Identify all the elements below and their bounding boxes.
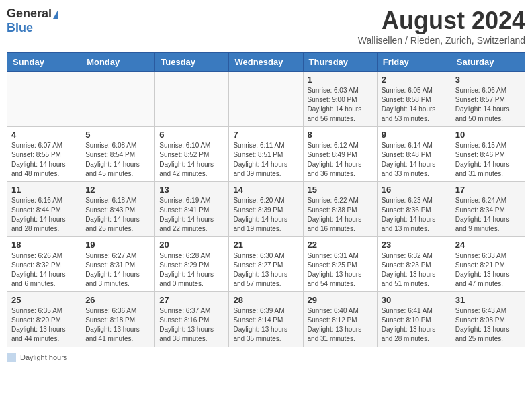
logo-general-text: General xyxy=(7,7,52,21)
day-of-week-header: Tuesday xyxy=(155,53,229,72)
calendar-body: 1Sunrise: 6:03 AM Sunset: 9:00 PM Daylig… xyxy=(7,72,525,347)
day-info: Sunrise: 6:31 AM Sunset: 8:25 PM Dayligh… xyxy=(308,251,373,289)
day-info: Sunrise: 6:30 AM Sunset: 8:27 PM Dayligh… xyxy=(233,251,298,289)
calendar-week-row: 18Sunrise: 6:26 AM Sunset: 8:32 PM Dayli… xyxy=(7,237,525,292)
day-info: Sunrise: 6:20 AM Sunset: 8:39 PM Dayligh… xyxy=(233,196,298,234)
calendar-cell: 10Sunrise: 6:15 AM Sunset: 8:46 PM Dayli… xyxy=(451,127,525,182)
calendar-cell xyxy=(229,72,303,127)
day-number: 25 xyxy=(11,295,77,305)
day-number: 22 xyxy=(308,240,373,250)
page-header: General Blue August 2024 Wallisellen / R… xyxy=(7,7,525,46)
day-number: 7 xyxy=(233,130,298,140)
day-of-week-header: Wednesday xyxy=(229,53,303,72)
calendar-cell xyxy=(155,72,229,127)
day-number: 12 xyxy=(85,185,150,195)
title-area: August 2024 Wallisellen / Rieden, Zurich… xyxy=(358,7,525,46)
footer-label: Daylight hours xyxy=(20,353,67,361)
day-number: 18 xyxy=(11,240,77,250)
day-info: Sunrise: 6:43 AM Sunset: 8:08 PM Dayligh… xyxy=(455,306,521,344)
day-number: 3 xyxy=(455,75,521,85)
day-number: 19 xyxy=(85,240,150,250)
day-info: Sunrise: 6:05 AM Sunset: 8:58 PM Dayligh… xyxy=(382,86,447,124)
day-info: Sunrise: 6:10 AM Sunset: 8:52 PM Dayligh… xyxy=(159,141,224,179)
day-info: Sunrise: 6:27 AM Sunset: 8:31 PM Dayligh… xyxy=(85,251,150,289)
calendar-cell: 22Sunrise: 6:31 AM Sunset: 8:25 PM Dayli… xyxy=(303,237,377,292)
logo-triangle-icon xyxy=(53,9,58,19)
day-info: Sunrise: 6:07 AM Sunset: 8:55 PM Dayligh… xyxy=(11,141,77,179)
day-info: Sunrise: 6:12 AM Sunset: 8:49 PM Dayligh… xyxy=(308,141,373,179)
calendar-cell: 1Sunrise: 6:03 AM Sunset: 9:00 PM Daylig… xyxy=(303,72,377,127)
day-info: Sunrise: 6:14 AM Sunset: 8:48 PM Dayligh… xyxy=(382,141,447,179)
calendar-header: SundayMondayTuesdayWednesdayThursdayFrid… xyxy=(7,53,525,72)
calendar-cell xyxy=(81,72,155,127)
calendar-cell: 7Sunrise: 6:11 AM Sunset: 8:51 PM Daylig… xyxy=(229,127,303,182)
day-number: 21 xyxy=(233,240,298,250)
day-info: Sunrise: 6:19 AM Sunset: 8:41 PM Dayligh… xyxy=(159,196,224,234)
day-info: Sunrise: 6:41 AM Sunset: 8:10 PM Dayligh… xyxy=(382,306,447,344)
logo-blue-text: Blue xyxy=(7,21,33,35)
calendar-cell xyxy=(7,72,81,127)
calendar-cell: 24Sunrise: 6:33 AM Sunset: 8:21 PM Dayli… xyxy=(451,237,525,292)
calendar-cell: 20Sunrise: 6:28 AM Sunset: 8:29 PM Dayli… xyxy=(155,237,229,292)
daylight-box-icon xyxy=(7,353,16,362)
calendar-cell: 18Sunrise: 6:26 AM Sunset: 8:32 PM Dayli… xyxy=(7,237,81,292)
calendar-cell: 14Sunrise: 6:20 AM Sunset: 8:39 PM Dayli… xyxy=(229,182,303,237)
calendar-cell: 12Sunrise: 6:18 AM Sunset: 8:43 PM Dayli… xyxy=(81,182,155,237)
calendar-cell: 21Sunrise: 6:30 AM Sunset: 8:27 PM Dayli… xyxy=(229,237,303,292)
calendar-cell: 3Sunrise: 6:06 AM Sunset: 8:57 PM Daylig… xyxy=(451,72,525,127)
day-info: Sunrise: 6:15 AM Sunset: 8:46 PM Dayligh… xyxy=(455,141,521,179)
day-number: 14 xyxy=(233,185,298,195)
day-number: 10 xyxy=(455,130,521,140)
calendar-cell: 28Sunrise: 6:39 AM Sunset: 8:14 PM Dayli… xyxy=(229,292,303,347)
footer: Daylight hours xyxy=(7,353,525,362)
calendar-cell: 27Sunrise: 6:37 AM Sunset: 8:16 PM Dayli… xyxy=(155,292,229,347)
month-title: August 2024 xyxy=(358,7,525,35)
day-number: 23 xyxy=(382,240,447,250)
calendar-cell: 25Sunrise: 6:35 AM Sunset: 8:20 PM Dayli… xyxy=(7,292,81,347)
day-info: Sunrise: 6:33 AM Sunset: 8:21 PM Dayligh… xyxy=(455,251,521,289)
location-text: Wallisellen / Rieden, Zurich, Switzerlan… xyxy=(358,35,525,46)
calendar-cell: 29Sunrise: 6:40 AM Sunset: 8:12 PM Dayli… xyxy=(303,292,377,347)
day-of-week-header: Friday xyxy=(377,53,451,72)
day-number: 30 xyxy=(382,295,447,305)
calendar-cell: 15Sunrise: 6:22 AM Sunset: 8:38 PM Dayli… xyxy=(303,182,377,237)
day-number: 20 xyxy=(159,240,224,250)
logo: General Blue xyxy=(7,7,58,35)
calendar-cell: 17Sunrise: 6:24 AM Sunset: 8:34 PM Dayli… xyxy=(451,182,525,237)
day-info: Sunrise: 6:40 AM Sunset: 8:12 PM Dayligh… xyxy=(308,306,373,344)
day-info: Sunrise: 6:18 AM Sunset: 8:43 PM Dayligh… xyxy=(85,196,150,234)
calendar-table: SundayMondayTuesdayWednesdayThursdayFrid… xyxy=(7,52,525,347)
day-info: Sunrise: 6:11 AM Sunset: 8:51 PM Dayligh… xyxy=(233,141,298,179)
day-of-week-header: Sunday xyxy=(7,53,81,72)
day-number: 11 xyxy=(11,185,77,195)
day-info: Sunrise: 6:16 AM Sunset: 8:44 PM Dayligh… xyxy=(11,196,77,234)
day-number: 2 xyxy=(382,75,447,85)
day-number: 1 xyxy=(308,75,373,85)
calendar-cell: 13Sunrise: 6:19 AM Sunset: 8:41 PM Dayli… xyxy=(155,182,229,237)
day-info: Sunrise: 6:35 AM Sunset: 8:20 PM Dayligh… xyxy=(11,306,77,344)
day-number: 8 xyxy=(308,130,373,140)
day-number: 9 xyxy=(382,130,447,140)
calendar-cell: 19Sunrise: 6:27 AM Sunset: 8:31 PM Dayli… xyxy=(81,237,155,292)
day-info: Sunrise: 6:28 AM Sunset: 8:29 PM Dayligh… xyxy=(159,251,224,289)
day-number: 6 xyxy=(159,130,224,140)
calendar-cell: 9Sunrise: 6:14 AM Sunset: 8:48 PM Daylig… xyxy=(377,127,451,182)
calendar-cell: 6Sunrise: 6:10 AM Sunset: 8:52 PM Daylig… xyxy=(155,127,229,182)
day-of-week-header: Saturday xyxy=(451,53,525,72)
day-number: 27 xyxy=(159,295,224,305)
day-of-week-header: Monday xyxy=(81,53,155,72)
day-info: Sunrise: 6:06 AM Sunset: 8:57 PM Dayligh… xyxy=(455,86,521,124)
day-of-week-header: Thursday xyxy=(303,53,377,72)
day-number: 28 xyxy=(233,295,298,305)
day-info: Sunrise: 6:24 AM Sunset: 8:34 PM Dayligh… xyxy=(455,196,521,234)
day-info: Sunrise: 6:08 AM Sunset: 8:54 PM Dayligh… xyxy=(85,141,150,179)
day-number: 24 xyxy=(455,240,521,250)
day-number: 13 xyxy=(159,185,224,195)
day-info: Sunrise: 6:36 AM Sunset: 8:18 PM Dayligh… xyxy=(85,306,150,344)
calendar-week-row: 11Sunrise: 6:16 AM Sunset: 8:44 PM Dayli… xyxy=(7,182,525,237)
day-info: Sunrise: 6:39 AM Sunset: 8:14 PM Dayligh… xyxy=(233,306,298,344)
calendar-cell: 4Sunrise: 6:07 AM Sunset: 8:55 PM Daylig… xyxy=(7,127,81,182)
calendar-cell: 8Sunrise: 6:12 AM Sunset: 8:49 PM Daylig… xyxy=(303,127,377,182)
day-number: 16 xyxy=(382,185,447,195)
calendar-cell: 23Sunrise: 6:32 AM Sunset: 8:23 PM Dayli… xyxy=(377,237,451,292)
